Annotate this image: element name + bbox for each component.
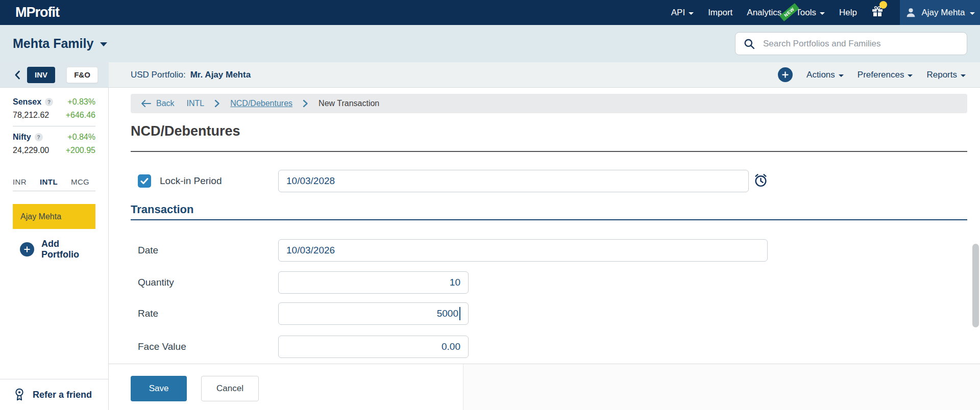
- lock-in-date-picker-button[interactable]: [753, 172, 769, 188]
- face-value-label: Face Value: [138, 336, 186, 358]
- lock-in-date-input[interactable]: [278, 170, 749, 192]
- page-title: NCD/Debentures: [131, 123, 240, 139]
- chevron-down-icon: [100, 42, 107, 46]
- help-icon[interactable]: ?: [35, 133, 43, 141]
- tab-inr[interactable]: INR: [13, 177, 27, 186]
- main-content: Back INTL NCD/Debentures New Transaction…: [109, 88, 980, 410]
- nav-import[interactable]: Import: [708, 8, 732, 18]
- index-sensex-values: 78,212.62 +646.46: [13, 111, 95, 120]
- user-menu[interactable]: Ajay Mehta: [900, 0, 980, 25]
- chevron-down-icon: [689, 12, 694, 15]
- cancel-button[interactable]: Cancel: [201, 376, 259, 401]
- reports-menu[interactable]: Reports: [926, 70, 966, 80]
- add-portfolio-button[interactable]: Add Portfolio: [20, 239, 95, 260]
- sensex-change-pct: +0.83%: [67, 97, 95, 107]
- medal-icon: [13, 387, 26, 402]
- plus-icon: [781, 71, 789, 79]
- form-footer: Save Cancel: [109, 364, 980, 410]
- chevron-down-icon: [961, 74, 966, 77]
- divider: [13, 191, 95, 191]
- global-search[interactable]: [735, 32, 967, 55]
- actions-label: Actions: [806, 70, 835, 80]
- user-name: Ajay Mehta: [921, 8, 965, 18]
- nav-api-label: API: [671, 8, 685, 18]
- divider: [131, 219, 967, 220]
- sidebar-toolbar: INV F&O: [0, 62, 109, 87]
- chevron-down-icon: [839, 74, 844, 77]
- tab-fo[interactable]: F&O: [66, 67, 98, 83]
- nav-api[interactable]: API: [671, 8, 694, 18]
- plus-icon: [20, 242, 34, 257]
- tab-mcg[interactable]: MCG: [71, 177, 89, 186]
- actions-menu[interactable]: Actions: [806, 70, 844, 80]
- quantity-input[interactable]: [278, 271, 469, 294]
- lock-in-label: Lock-in Period: [160, 175, 222, 187]
- face-value-input[interactable]: [278, 336, 469, 358]
- lock-in-checkbox[interactable]: [138, 174, 151, 188]
- breadcrumb-intl[interactable]: INTL: [187, 99, 205, 108]
- section-title: Transaction: [131, 203, 193, 216]
- search-input[interactable]: [762, 38, 959, 49]
- quantity-label: Quantity: [138, 271, 174, 294]
- breadcrumb-ncd-debentures[interactable]: NCD/Debentures: [230, 99, 292, 108]
- clock-icon: [753, 172, 769, 188]
- reports-label: Reports: [926, 70, 957, 80]
- index-sensex-name: Sensex ?: [13, 97, 53, 107]
- date-label: Date: [138, 239, 158, 262]
- collapse-sidebar-button[interactable]: [14, 70, 20, 80]
- top-nav-menu: API Import Analytics NEW Tools Help: [671, 0, 980, 25]
- rate-input[interactable]: 5000: [278, 302, 469, 325]
- index-nifty-values: 24,229.00 +200.95: [13, 146, 95, 155]
- divider: [131, 151, 967, 152]
- preferences-label: Preferences: [857, 70, 904, 80]
- save-button[interactable]: Save: [131, 376, 187, 401]
- tab-intl[interactable]: INTL: [40, 177, 58, 186]
- family-name: Mehta Family: [13, 36, 93, 51]
- sensex-value: 78,212.62: [13, 111, 49, 120]
- divider: [13, 126, 95, 126]
- portfolio-actions: Actions Preferences Reports: [778, 67, 966, 82]
- chevron-right-icon: [303, 99, 308, 108]
- search-icon: [743, 38, 755, 50]
- nav-analytics[interactable]: Analytics NEW: [747, 8, 781, 18]
- notification-dot: [879, 1, 887, 9]
- back-button[interactable]: Back: [140, 99, 175, 108]
- chevron-left-icon: [14, 70, 20, 80]
- portfolio-type-label: USD Portfolio:: [131, 70, 186, 80]
- preferences-menu[interactable]: Preferences: [857, 70, 913, 80]
- nav-analytics-label: Analytics: [747, 8, 781, 18]
- sensex-label: Sensex: [13, 97, 41, 107]
- family-selector[interactable]: Mehta Family: [13, 36, 107, 51]
- nifty-change-pct: +0.84%: [67, 133, 95, 142]
- rate-value: 5000: [437, 308, 458, 319]
- rewards-gift-button[interactable]: [871, 5, 884, 20]
- breadcrumb-current: New Transaction: [318, 99, 379, 108]
- sidebar-item-ajay-mehta[interactable]: Ajay Mehta: [13, 204, 95, 229]
- date-input[interactable]: [278, 239, 768, 262]
- index-nifty-row: Nifty ? +0.84%: [13, 133, 95, 142]
- help-icon[interactable]: ?: [45, 98, 53, 106]
- chevron-down-icon: [820, 12, 825, 15]
- back-label: Back: [156, 99, 175, 108]
- nav-tools[interactable]: Tools: [796, 8, 825, 18]
- index-nifty-name: Nifty ?: [13, 133, 43, 142]
- refer-a-friend-button[interactable]: Refer a friend: [0, 379, 108, 410]
- mprofit-logo[interactable]: MProfit: [15, 5, 59, 20]
- chevron-right-icon: [214, 99, 220, 108]
- nav-help[interactable]: Help: [839, 8, 857, 18]
- currency-tabs: INR INTL MCG: [13, 177, 95, 186]
- user-avatar-icon: [905, 7, 917, 18]
- tab-inv[interactable]: INV: [27, 67, 55, 83]
- top-navbar: MProfit API Import Analytics NEW Tools H…: [0, 0, 980, 25]
- nifty-change-abs: +200.95: [66, 146, 95, 155]
- index-sensex-row: Sensex ? +0.83%: [13, 97, 95, 107]
- rate-label: Rate: [138, 302, 158, 325]
- add-transaction-button[interactable]: [778, 67, 793, 82]
- refer-label: Refer a friend: [33, 390, 92, 400]
- sidebar: Sensex ? +0.83% 78,212.62 +646.46 Nifty …: [0, 88, 109, 410]
- nifty-label: Nifty: [13, 133, 31, 142]
- mprofit-app: MProfit API Import Analytics NEW Tools H…: [0, 0, 980, 410]
- vertical-scrollbar[interactable]: [972, 244, 979, 327]
- nav-tools-label: Tools: [796, 8, 816, 18]
- arrow-left-icon: [140, 99, 152, 108]
